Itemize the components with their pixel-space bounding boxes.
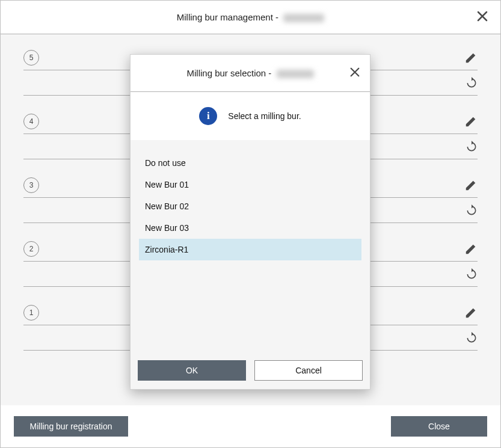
slot-num: 3: [23, 177, 39, 193]
slot-num: 4: [23, 114, 39, 129]
slot-num: 5: [23, 50, 39, 66]
slot-num-col: 3: [23, 177, 57, 193]
ok-button[interactable]: OK: [138, 360, 246, 381]
close-button[interactable]: Close: [391, 416, 487, 437]
main-title: Milling bur management -: [177, 12, 324, 22]
modal-list: Do not useNew Bur 01New Bur 02New Bur 03…: [131, 140, 370, 352]
close-icon[interactable]: [349, 67, 360, 80]
redacted-text: [277, 70, 314, 78]
info-icon: i: [199, 107, 217, 125]
refresh-icon[interactable]: [458, 332, 478, 344]
pencil-icon[interactable]: [458, 242, 478, 256]
slot-num-col: 4: [23, 114, 57, 129]
modal-header: Milling bur selection -: [131, 55, 370, 92]
slot-num-col: 2: [23, 241, 57, 257]
modal-info-text: Select a milling bur.: [228, 111, 301, 121]
footer-bar: Milling bur registration Close: [1, 405, 500, 447]
list-item[interactable]: New Bur 01: [139, 174, 361, 195]
pencil-icon[interactable]: [458, 179, 478, 192]
main-header: Milling bur management -: [1, 1, 500, 34]
list-item[interactable]: Do not use: [139, 152, 361, 174]
slot-num-col: 1: [23, 305, 57, 321]
pencil-icon[interactable]: [458, 306, 478, 319]
modal-info: i Select a milling bur.: [131, 92, 370, 140]
refresh-icon[interactable]: [458, 141, 478, 153]
slot-num: 1: [23, 305, 39, 321]
refresh-icon[interactable]: [458, 204, 478, 216]
list-item[interactable]: Zirconia-R1: [139, 239, 361, 260]
registration-button[interactable]: Milling bur registration: [14, 416, 128, 437]
pencil-icon[interactable]: [458, 51, 478, 64]
slot-num-col: 5: [23, 50, 57, 66]
list-item[interactable]: New Bur 03: [139, 217, 361, 239]
slot-num: 2: [23, 241, 39, 257]
modal-dialog: Milling bur selection - i Select a milli…: [130, 54, 370, 390]
cancel-button[interactable]: Cancel: [254, 360, 363, 381]
refresh-icon[interactable]: [458, 77, 478, 89]
close-icon[interactable]: [476, 10, 488, 25]
list-item[interactable]: New Bur 02: [139, 195, 361, 217]
modal-footer: OK Cancel: [131, 352, 370, 389]
redacted-text: [283, 14, 324, 22]
pencil-icon[interactable]: [458, 115, 478, 128]
refresh-icon[interactable]: [458, 268, 478, 280]
modal-title: Milling bur selection -: [186, 68, 313, 78]
